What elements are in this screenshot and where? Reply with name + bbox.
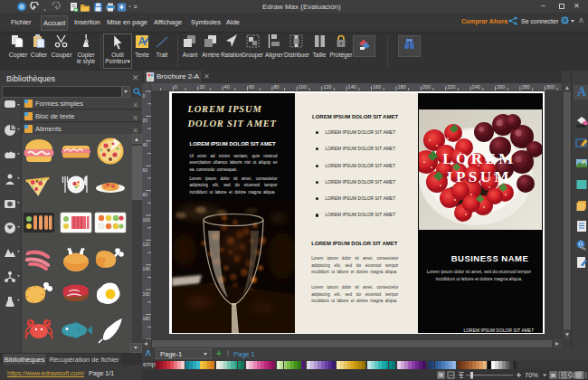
- svg-text:60: 60: [143, 167, 148, 173]
- svg-text:180: 180: [397, 84, 405, 90]
- svg-text:70%: 70%: [525, 371, 538, 379]
- svg-text:100: 100: [143, 217, 151, 223]
- svg-text:220: 220: [447, 84, 455, 90]
- svg-text:0: 0: [175, 84, 177, 90]
- svg-text:20: 20: [143, 118, 148, 123]
- svg-text:140: 140: [348, 84, 356, 90]
- svg-text:80: 80: [273, 84, 279, 90]
- svg-text:60: 60: [249, 84, 254, 90]
- svg-text:300: 300: [546, 84, 555, 90]
- svg-text:100: 100: [299, 84, 307, 90]
- svg-text:120: 120: [143, 242, 151, 247]
- svg-text:0: 0: [143, 93, 146, 99]
- svg-text:280: 280: [521, 84, 529, 90]
- svg-text:180: 180: [143, 316, 151, 321]
- svg-text:160: 160: [143, 291, 151, 297]
- svg-text:A: A: [577, 85, 587, 99]
- svg-text:240: 240: [472, 84, 480, 90]
- svg-text:LOREM: LOREM: [442, 150, 517, 167]
- svg-text:20: 20: [199, 84, 204, 90]
- svg-text:200: 200: [422, 84, 431, 90]
- svg-text:160: 160: [373, 84, 381, 90]
- svg-text:40: 40: [224, 84, 230, 90]
- svg-text:140: 140: [143, 266, 151, 271]
- svg-text:260: 260: [497, 84, 505, 90]
- svg-text:120: 120: [323, 84, 331, 90]
- svg-text:80: 80: [143, 192, 148, 197]
- svg-text:40: 40: [143, 142, 148, 147]
- svg-text:IPSUM: IPSUM: [447, 168, 512, 185]
